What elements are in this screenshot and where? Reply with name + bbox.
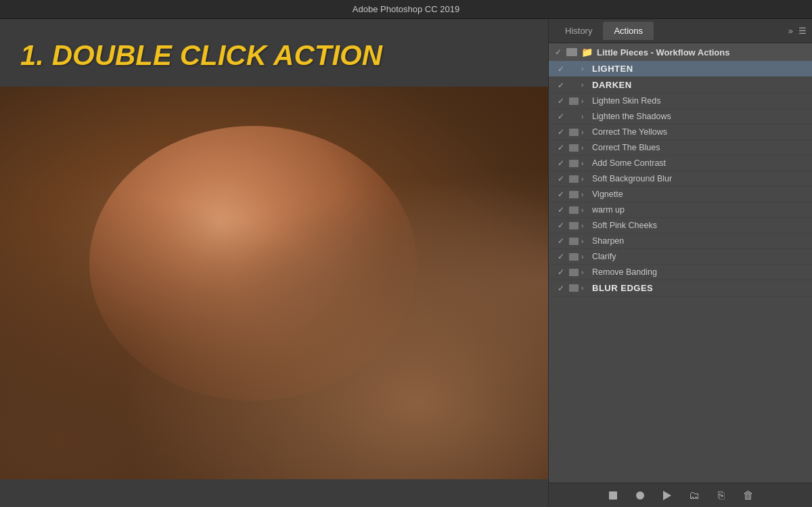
action-item[interactable]: ✓›Sharpen: [549, 234, 812, 249]
action-item[interactable]: ✓›Correct The Blues: [549, 140, 812, 156]
bottom-toolbar: 🗂 ⎘ 🗑: [549, 483, 812, 507]
action-item[interactable]: ✓›Soft Background Blur: [549, 171, 812, 187]
right-panel: History Actions » ☰ ✓ 📁 Little Pieces - …: [548, 19, 812, 507]
action-check: ✓: [556, 81, 566, 90]
action-item[interactable]: ✓›Vignette: [549, 187, 812, 202]
action-name-label: Lighten Skin Reds: [592, 96, 660, 106]
action-name-label: Clarify: [592, 252, 616, 261]
action-check: ✓: [556, 205, 566, 215]
tab-icons: » ☰: [788, 26, 807, 36]
main-layout: 1. DOUBLE CLICK ACTION History Actions »…: [0, 19, 812, 507]
action-stop-box: [569, 238, 579, 245]
record-icon: [636, 491, 644, 500]
action-expand-arrow: ›: [581, 65, 589, 72]
action-name-label: LIGHTEN: [592, 64, 633, 74]
action-check: ✓: [556, 174, 566, 183]
group-folder-icon: 📁: [581, 47, 593, 58]
action-expand-arrow: ›: [581, 222, 589, 229]
group-check: ✓: [553, 47, 564, 57]
action-item[interactable]: ✓›BLUR EDGES: [549, 280, 812, 296]
play-button[interactable]: [659, 487, 675, 504]
action-expand-arrow: ›: [581, 269, 589, 276]
action-stop-box: [569, 144, 579, 152]
action-expand-arrow: ›: [581, 129, 589, 136]
tab-actions[interactable]: Actions: [603, 22, 654, 40]
actions-group-header[interactable]: ✓ 📁 Little Pieces - Workflow Actions: [549, 43, 812, 61]
action-stop-box: [569, 160, 579, 167]
action-stop-box: [569, 269, 579, 276]
action-check: ✓: [556, 143, 566, 152]
action-name-label: Soft Background Blur: [592, 174, 672, 183]
tab-history[interactable]: History: [554, 22, 603, 40]
action-check: ✓: [556, 96, 566, 106]
create-action-button[interactable]: ⎘: [713, 487, 729, 504]
record-button[interactable]: [632, 487, 648, 504]
action-name-label: warm up: [592, 205, 625, 215]
action-expand-arrow: ›: [581, 81, 589, 89]
action-item[interactable]: ✓›Remove Banding: [549, 265, 812, 280]
action-stop-box: [569, 175, 579, 183]
action-stop-box: [569, 191, 579, 198]
action-name-label: Add Some Contrast: [592, 158, 666, 168]
action-check: ✓: [556, 190, 566, 199]
action-item[interactable]: ✓›warm up: [549, 202, 812, 218]
action-item[interactable]: ✓›Add Some Contrast: [549, 156, 812, 171]
action-expand-arrow: ›: [581, 113, 589, 120]
action-check: ✓: [556, 221, 566, 230]
action-check: ✓: [556, 267, 566, 277]
action-check: ✓: [556, 112, 566, 121]
action-item[interactable]: ✓›Lighten Skin Reds: [549, 93, 812, 109]
stop-button[interactable]: [605, 487, 621, 504]
action-stop-box: [569, 253, 579, 261]
action-stop-box: [569, 129, 579, 136]
action-item[interactable]: ✓›Lighten the Shadows: [549, 109, 812, 125]
action-expand-arrow: ›: [581, 175, 589, 183]
action-stop-box: [569, 97, 579, 105]
canvas-area: 1. DOUBLE CLICK ACTION: [0, 19, 548, 507]
action-stop-box: [569, 113, 579, 120]
group-stop-icon: [566, 48, 577, 56]
action-check: ✓: [556, 236, 566, 246]
action-name-label: Soft Pink Cheeks: [592, 221, 657, 230]
action-item[interactable]: ✓›Clarify: [549, 249, 812, 265]
panel-menu-icon[interactable]: ☰: [798, 26, 807, 36]
action-name-label: BLUR EDGES: [592, 283, 653, 293]
create-set-button[interactable]: 🗂: [686, 487, 702, 504]
play-icon: [663, 491, 671, 500]
action-item[interactable]: ✓›Correct The Yellows: [549, 125, 812, 140]
action-expand-arrow: ›: [581, 238, 589, 245]
action-stop-box: [569, 284, 579, 292]
action-name-label: Correct The Yellows: [592, 127, 667, 137]
action-check: ✓: [556, 127, 566, 137]
tabs-bar: History Actions » ☰: [549, 19, 812, 43]
action-check: ✓: [556, 158, 566, 168]
action-expand-arrow: ›: [581, 97, 589, 105]
action-check: ✓: [556, 64, 566, 74]
action-expand-arrow: ›: [581, 160, 589, 167]
action-stop-box: [569, 81, 579, 89]
action-item[interactable]: ✓›LIGHTEN: [549, 61, 812, 77]
trash-icon: 🗑: [743, 489, 754, 502]
action-name-label: Lighten the Shadows: [592, 112, 671, 121]
action-name-label: Sharpen: [592, 236, 624, 246]
group-name: Little Pieces - Workflow Actions: [597, 47, 729, 58]
action-expand-arrow: ›: [581, 191, 589, 198]
action-item[interactable]: ✓›DARKEN: [549, 77, 812, 93]
action-name-label: DARKEN: [592, 80, 632, 90]
delete-button[interactable]: 🗑: [740, 487, 757, 504]
actions-list[interactable]: ✓ 📁 Little Pieces - Workflow Actions ✓›L…: [549, 43, 812, 483]
action-name-label: Remove Banding: [592, 267, 657, 277]
action-items-container: ✓›LIGHTEN✓›DARKEN✓›Lighten Skin Reds✓›Li…: [549, 61, 812, 296]
photo-canvas: [0, 87, 548, 479]
action-item[interactable]: ✓›Soft Pink Cheeks: [549, 218, 812, 234]
stop-icon: [609, 491, 617, 500]
action-stop-box: [569, 222, 579, 229]
title-bar: Adobe Photoshop CC 2019: [0, 0, 812, 19]
app-title: Adobe Photoshop CC 2019: [353, 4, 459, 14]
expand-icon[interactable]: »: [788, 26, 793, 36]
action-expand-arrow: ›: [581, 253, 589, 261]
action-check: ✓: [556, 252, 566, 261]
action-check: ✓: [556, 284, 566, 293]
action-name-label: Correct The Blues: [592, 143, 660, 152]
action-expand-arrow: ›: [581, 206, 589, 214]
